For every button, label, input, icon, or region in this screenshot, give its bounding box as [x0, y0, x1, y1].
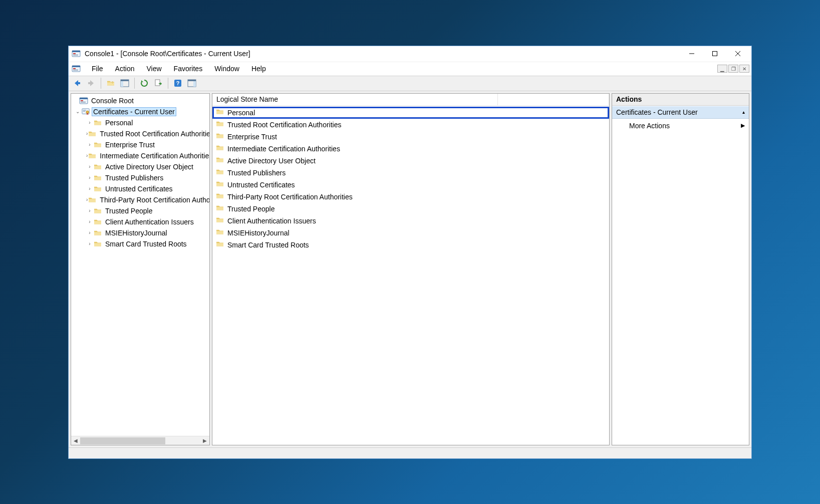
list-item[interactable]: Untrusted Certificates: [212, 179, 609, 191]
tree-item[interactable]: ›MSIEHistoryJournal: [71, 227, 209, 238]
scroll-right-button[interactable]: ▶: [200, 436, 209, 445]
list-pane: Logical Store Name PersonalTrusted Root …: [212, 93, 610, 445]
show-hide-tree-button[interactable]: [118, 77, 131, 90]
help-button[interactable]: ?: [171, 77, 184, 90]
tree-item-label: Untrusted Certificates: [104, 185, 174, 193]
tree-item[interactable]: ›Enterprise Trust: [71, 139, 209, 150]
toolbar-separator: [168, 78, 168, 89]
folder-icon: [93, 240, 102, 248]
tree-item[interactable]: ›Intermediate Certification Authorities: [71, 150, 209, 161]
menu-file[interactable]: File: [86, 64, 109, 74]
expander-icon[interactable]: ›: [86, 241, 93, 246]
folder-icon: [215, 192, 224, 201]
folder-icon: [88, 130, 97, 138]
tree-item-label: Client Authentication Issuers: [104, 218, 195, 226]
menu-view[interactable]: View: [140, 64, 167, 74]
tree-item[interactable]: ›Smart Card Trusted Roots: [71, 238, 209, 249]
list-item[interactable]: Trusted Root Certification Authorities: [212, 119, 609, 131]
mdi-restore-button[interactable]: ❐: [728, 65, 738, 73]
expander-icon[interactable]: ›: [86, 208, 93, 213]
actions-section-header[interactable]: Certificates - Current User ▴: [612, 106, 749, 119]
up-button[interactable]: [104, 77, 117, 90]
tree[interactable]: ▾ Console Root ⌄ Certificates - Current …: [71, 94, 209, 436]
tree-pane: ▾ Console Root ⌄ Certificates - Current …: [71, 93, 210, 445]
list-item[interactable]: Third-Party Root Certification Authoriti…: [212, 191, 609, 203]
refresh-button[interactable]: [138, 77, 151, 90]
tree-item[interactable]: ›Personal: [71, 117, 209, 128]
column-header-logical-store-name[interactable]: Logical Store Name: [212, 94, 498, 105]
horizontal-scrollbar[interactable]: ◀ ▶: [71, 436, 209, 445]
expander-icon[interactable]: ⌄: [74, 109, 81, 114]
collapse-icon[interactable]: ▴: [742, 109, 745, 115]
column-header-empty[interactable]: [498, 94, 609, 105]
actions-more-actions[interactable]: More Actions ▶: [612, 119, 749, 133]
expander-icon[interactable]: ›: [86, 230, 93, 235]
folder-icon: [215, 240, 224, 249]
tree-item[interactable]: ›Untrusted Certificates: [71, 183, 209, 194]
maximize-button[interactable]: [703, 46, 726, 61]
tree-item[interactable]: ›Trusted Publishers: [71, 172, 209, 183]
menu-action[interactable]: Action: [109, 64, 141, 74]
list-item-label: Trusted Publishers: [227, 169, 286, 177]
tree-item[interactable]: ›Active Directory User Object: [71, 161, 209, 172]
tree-item-label: Active Directory User Object: [104, 163, 194, 171]
doc-app-icon: [72, 64, 81, 73]
minimize-button[interactable]: [680, 46, 703, 61]
folder-icon: [215, 228, 224, 237]
list-item[interactable]: Smart Card Trusted Roots: [212, 239, 609, 251]
expander-icon[interactable]: ›: [86, 142, 93, 147]
toolbar-separator: [134, 78, 135, 89]
tree-certificates-current-user[interactable]: ⌄ Certificates - Current User: [71, 106, 209, 117]
list-item[interactable]: Client Authentication Issuers: [212, 215, 609, 227]
list-header[interactable]: Logical Store Name: [212, 94, 609, 106]
show-hide-actions-button[interactable]: [185, 77, 198, 90]
svg-rect-13: [121, 81, 123, 87]
tree-item-label: Enterprise Trust: [104, 141, 156, 149]
list-item-label: Trusted Root Certification Authorities: [227, 121, 341, 129]
list-item[interactable]: Active Directory User Object: [212, 155, 609, 167]
list-body[interactable]: PersonalTrusted Root Certification Autho…: [212, 106, 609, 445]
tree-item[interactable]: ›Third-Party Root Certification Authorit…: [71, 194, 209, 205]
expander-icon[interactable]: ›: [86, 186, 93, 191]
scroll-left-button[interactable]: ◀: [71, 436, 80, 445]
list-item[interactable]: Personal: [212, 107, 609, 119]
menu-favorites[interactable]: Favorites: [168, 64, 209, 74]
mdi-close-button[interactable]: ✕: [739, 65, 749, 73]
mdi-minimize-button[interactable]: ▁: [717, 65, 727, 73]
list-item-label: MSIEHistoryJournal: [227, 229, 290, 237]
svg-rect-12: [121, 80, 129, 81]
content-area: ▾ Console Root ⌄ Certificates - Current …: [69, 91, 751, 447]
close-button[interactable]: [726, 46, 749, 61]
export-list-button[interactable]: [152, 77, 165, 90]
certificate-snapin-icon: [81, 108, 90, 116]
tree-item[interactable]: ›Trusted People: [71, 205, 209, 216]
tree-item[interactable]: ›Client Authentication Issuers: [71, 216, 209, 227]
menu-help[interactable]: Help: [245, 64, 272, 74]
menu-window[interactable]: Window: [208, 64, 245, 74]
svg-rect-19: [193, 81, 196, 87]
window-title: Console1 - [Console Root\Certificates - …: [85, 50, 680, 58]
list-item[interactable]: Intermediate Certification Authorities: [212, 143, 609, 155]
back-button[interactable]: [71, 77, 84, 90]
folder-icon: [215, 108, 224, 117]
tree-item[interactable]: ›Trusted Root Certification Authorities: [71, 128, 209, 139]
svg-rect-9: [77, 82, 80, 84]
list-item[interactable]: Trusted People: [212, 203, 609, 215]
tree-selected-label: Certificates - Current User: [92, 108, 176, 116]
tree-root[interactable]: ▾ Console Root: [71, 95, 209, 106]
list-item[interactable]: Trusted Publishers: [212, 167, 609, 179]
expander-icon[interactable]: ›: [86, 164, 93, 169]
expander-icon[interactable]: ›: [86, 175, 93, 180]
folder-icon: [215, 120, 224, 129]
expander-icon[interactable]: ›: [86, 120, 93, 125]
expander-icon[interactable]: ›: [86, 219, 93, 224]
tree-item-label: Third-Party Root Certification Authoriti…: [99, 196, 209, 204]
folder-icon: [93, 207, 102, 215]
folder-icon: [93, 218, 102, 226]
list-item[interactable]: MSIEHistoryJournal: [212, 227, 609, 239]
scrollbar-thumb[interactable]: [80, 437, 165, 444]
folder-icon: [215, 168, 224, 177]
forward-button[interactable]: [85, 77, 98, 90]
svg-rect-10: [88, 82, 91, 84]
list-item[interactable]: Enterprise Trust: [212, 131, 609, 143]
